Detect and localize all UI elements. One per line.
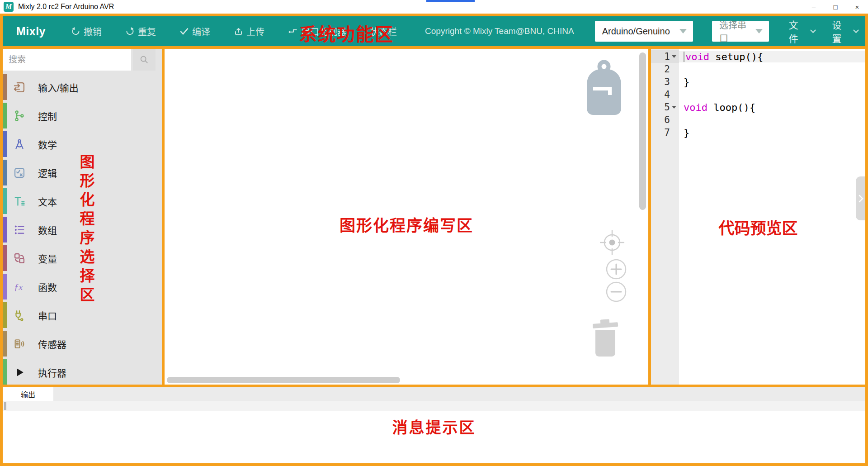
sidebar-item-control[interactable]: 控制 bbox=[3, 101, 162, 130]
board-select-value: Arduino/Genuino bbox=[602, 26, 670, 37]
fold-arrow-icon[interactable] bbox=[672, 55, 676, 58]
toolbar-button-label: 重复 bbox=[138, 25, 156, 38]
block-category-sidebar: 输入/输出控制数学逻辑文本数组变量ƒx函数串口传感器执行器 图形化程序选择区 bbox=[3, 49, 162, 385]
toolbar-button-label: 上传 bbox=[246, 25, 264, 38]
target-icon bbox=[599, 230, 625, 255]
svg-text:ƒx: ƒx bbox=[14, 282, 23, 292]
message-tabstrip: 输出 bbox=[3, 387, 865, 401]
category-color-strip bbox=[3, 245, 7, 271]
trash-icon[interactable] bbox=[590, 317, 620, 359]
zoom-in-button[interactable] bbox=[605, 258, 627, 282]
mixly-brand[interactable]: Mixly bbox=[16, 25, 46, 38]
category-label: 函数 bbox=[38, 280, 57, 294]
line-number-gutter: 5 bbox=[651, 101, 679, 114]
sidebar-item-sensor[interactable]: 传感器 bbox=[3, 329, 162, 358]
main-frame: Mixly 撤销重复编译上传串口监视器状态栏 Copyright © Mixly… bbox=[0, 14, 868, 466]
code-preview-panel: 1void setup(){23}45void loop(){67} 代码预览区 bbox=[651, 49, 865, 385]
sidebar-item-logic[interactable]: 逻辑 bbox=[3, 158, 162, 187]
fold-arrow-icon[interactable] bbox=[672, 106, 676, 109]
toolbar-button-status-bar[interactable]: 状态栏 bbox=[370, 25, 397, 38]
line-number: 2 bbox=[664, 64, 670, 75]
toolbar-items: 撤销重复编译上传串口监视器状态栏 bbox=[71, 25, 397, 38]
window-titlebar: M Mixly 2.0 rc2 For Arduino AVR – □ × bbox=[0, 0, 868, 14]
serial-icon bbox=[13, 309, 27, 322]
toolbar-button-compile[interactable]: 编译 bbox=[179, 25, 210, 38]
minimize-icon: – bbox=[812, 3, 816, 11]
annotation-message-area: 消息提示区 bbox=[392, 415, 476, 437]
category-label: 输入/输出 bbox=[38, 81, 79, 94]
sensor-icon bbox=[13, 338, 27, 350]
sidebar-item-math[interactable]: 数学 bbox=[3, 130, 162, 158]
copyright-text: Copyright © Mixly Team@BNU, CHINA bbox=[425, 26, 574, 36]
toolbar-button-label: 串口监视器 bbox=[301, 25, 346, 38]
toolbar-button-label: 状态栏 bbox=[370, 25, 397, 38]
category-list: 输入/输出控制数学逻辑文本数组变量ƒx函数串口传感器执行器 bbox=[3, 71, 162, 385]
board-select-dropdown[interactable]: Arduino/Genuino bbox=[595, 21, 693, 42]
zoom-out-button[interactable] bbox=[605, 281, 627, 304]
category-label: 传感器 bbox=[38, 337, 66, 351]
category-label: 数学 bbox=[38, 138, 57, 151]
minimize-button[interactable]: – bbox=[803, 0, 825, 14]
close-button[interactable]: × bbox=[846, 0, 868, 14]
recenter-button[interactable] bbox=[599, 230, 625, 257]
category-label: 逻辑 bbox=[38, 166, 57, 180]
code-token: } bbox=[684, 127, 689, 138]
window-title: Mixly 2.0 rc2 For Arduino AVR bbox=[18, 3, 114, 11]
code-text: void setup(){ bbox=[679, 51, 865, 62]
window-controls: – □ × bbox=[803, 0, 868, 14]
maximize-button[interactable]: □ bbox=[825, 0, 846, 14]
search-icon bbox=[139, 55, 149, 65]
line-number-gutter: 2 bbox=[651, 63, 679, 76]
menu-settings[interactable]: 设置 bbox=[832, 18, 858, 45]
code-text: void loop(){ bbox=[679, 102, 865, 113]
content-row: 输入/输出控制数学逻辑文本数组变量ƒx函数串口传感器执行器 图形化程序选择区 bbox=[3, 49, 865, 385]
toolbar-button-redo[interactable]: 重复 bbox=[125, 25, 156, 38]
sidebar-item-variable[interactable]: 变量 bbox=[3, 244, 162, 272]
plus-icon bbox=[605, 258, 627, 280]
search-row bbox=[3, 49, 162, 71]
search-button[interactable] bbox=[133, 49, 156, 71]
code-token: loop(){ bbox=[708, 102, 755, 113]
horizontal-scrollbar[interactable] bbox=[167, 377, 400, 383]
line-number: 5 bbox=[664, 102, 670, 113]
code-token: } bbox=[684, 76, 689, 88]
sidebar-item-function[interactable]: ƒx函数 bbox=[3, 272, 162, 301]
chevron-down-icon bbox=[755, 29, 763, 33]
search-input[interactable] bbox=[3, 49, 131, 71]
sidebar-item-serial[interactable]: 串口 bbox=[3, 301, 162, 329]
undo-icon bbox=[71, 27, 80, 36]
message-panel: 输出 消息提示区 bbox=[3, 387, 865, 463]
line-number-gutter: 1 bbox=[651, 50, 679, 63]
menu-file-label: 文件 bbox=[789, 18, 807, 45]
blockly-workspace[interactable]: 图形化程序编写区 bbox=[165, 49, 648, 385]
sidebar-item-io[interactable]: 输入/输出 bbox=[3, 73, 162, 101]
toolbar-button-undo[interactable]: 撤销 bbox=[71, 25, 102, 38]
toolbar-button-serial-monitor[interactable]: 串口监视器 bbox=[288, 25, 346, 38]
line-number: 3 bbox=[664, 76, 670, 87]
vertical-scrollbar[interactable] bbox=[639, 52, 646, 210]
array-icon bbox=[13, 223, 27, 236]
sidebar-item-array[interactable]: 数组 bbox=[3, 215, 162, 244]
compile-icon bbox=[179, 27, 189, 36]
port-select-dropdown[interactable]: 选择串口 bbox=[712, 21, 769, 42]
menu-settings-label: 设置 bbox=[832, 18, 850, 45]
menu-file[interactable]: 文件 bbox=[789, 18, 815, 45]
code-line: 6 bbox=[651, 114, 865, 126]
top-accent-bar bbox=[426, 0, 475, 2]
toolbar-button-upload[interactable]: 上传 bbox=[234, 25, 264, 38]
category-label: 数组 bbox=[38, 223, 57, 237]
category-color-strip bbox=[3, 274, 7, 300]
sidebar-item-actuator[interactable]: 执行器 bbox=[3, 358, 162, 385]
maximize-icon: □ bbox=[833, 3, 837, 11]
tab-output[interactable]: 输出 bbox=[3, 387, 53, 401]
sidebar-item-text[interactable]: 文本 bbox=[3, 187, 162, 215]
category-color-strip bbox=[3, 188, 7, 214]
category-color-strip bbox=[3, 302, 7, 328]
code-lines: 1void setup(){23}45void loop(){67} bbox=[651, 49, 865, 139]
close-icon: × bbox=[855, 3, 859, 11]
keyword-token: void bbox=[685, 51, 709, 62]
code-line: 5void loop(){ bbox=[651, 101, 865, 114]
panel-expand-handle[interactable] bbox=[856, 176, 865, 220]
category-color-strip bbox=[3, 331, 7, 357]
backpack-icon[interactable] bbox=[583, 60, 625, 117]
